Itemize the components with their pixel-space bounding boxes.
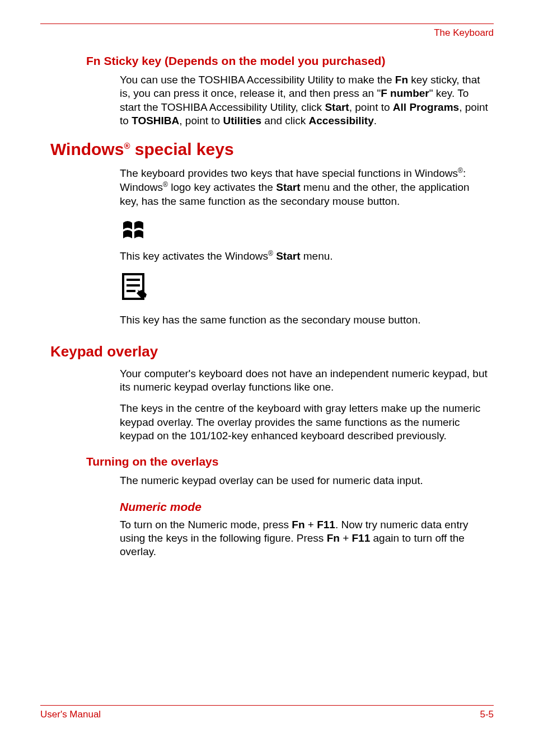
text: You can use the TOSHIBA Accessibility Ut…: [120, 74, 395, 86]
text: , point to: [349, 101, 393, 113]
header-rule: [40, 24, 494, 24]
registered-symbol: ®: [458, 167, 463, 175]
application-key-icon: [120, 271, 494, 306]
text-bold: Start: [325, 101, 349, 113]
footer-rule: [40, 705, 494, 706]
header-right-text: The Keyboard: [40, 27, 494, 39]
text: special keys: [130, 140, 233, 158]
footer-page-number: 5-5: [480, 709, 494, 720]
heading-keypad-overlay: Keypad overlay: [50, 343, 494, 360]
para-windows-intro: The keyboard provides two keys that have…: [120, 167, 488, 208]
para-numeric-mode: To turn on the Numeric mode, press Fn + …: [120, 518, 488, 559]
text: , point to: [179, 115, 223, 126]
registered-symbol: ®: [124, 141, 130, 151]
registered-symbol: ®: [268, 250, 273, 257]
heading-numeric-mode: Numeric mode: [120, 500, 494, 514]
footer-left: User's Manual: [40, 709, 101, 720]
text-bold: Utilities: [223, 115, 261, 126]
heading-fn-sticky: Fn Sticky key (Depends on the model you …: [86, 54, 494, 68]
text: To turn on the Numeric mode, press: [120, 519, 292, 530]
para-keypad-1: Your computer's keyboard does not have a…: [120, 367, 488, 395]
text-bold: F11: [317, 519, 335, 530]
text-bold: Accessibility: [309, 115, 374, 126]
para-keypad-2: The keys in the centre of the keyboard w…: [120, 402, 488, 443]
text-bold: Start: [276, 181, 300, 193]
para-application-key-desc: This key has the same function as the se…: [120, 313, 488, 327]
text-bold: Fn: [327, 532, 340, 544]
text-bold: TOSHIBA: [132, 115, 179, 126]
text: +: [305, 519, 317, 530]
text: Windows: [50, 140, 124, 158]
para-fn-sticky: You can use the TOSHIBA Accessibility Ut…: [120, 73, 488, 128]
text-bold: Fn: [292, 519, 305, 530]
text-bold: Start: [276, 250, 300, 262]
text-bold: F number: [381, 87, 429, 99]
footer: User's Manual 5-5: [40, 705, 494, 720]
text: This key activates the Windows: [120, 250, 268, 262]
text: logo key activates the: [168, 181, 276, 193]
para-turning-on: The numeric keypad overlay can be used f…: [120, 474, 488, 487]
windows-logo-icon: [120, 216, 494, 246]
text: and click: [261, 115, 308, 126]
heading-windows-special-keys: Windows® special keys: [50, 140, 494, 159]
heading-turning-on-overlays: Turning on the overlays: [86, 455, 494, 468]
text: .: [374, 115, 377, 126]
registered-symbol: ®: [163, 181, 168, 189]
text-bold: Fn: [395, 74, 408, 86]
text-bold: All Programs: [393, 101, 459, 113]
para-windows-key-desc: This key activates the Windows® Start me…: [120, 250, 488, 264]
text: +: [340, 532, 352, 544]
text: The keyboard provides two keys that have…: [120, 168, 458, 180]
text-bold: F11: [352, 532, 371, 544]
text: menu.: [300, 250, 332, 262]
